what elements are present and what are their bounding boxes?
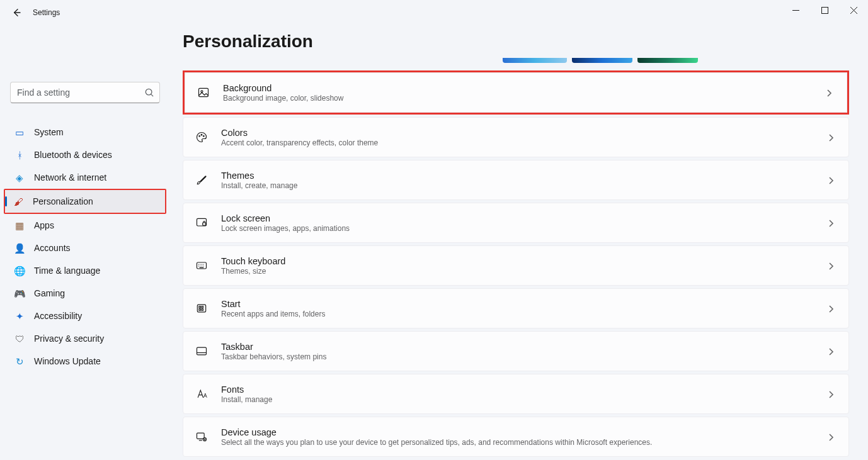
card-sub: Accent color, transparency effects, colo…: [221, 138, 827, 147]
card-title: Start: [221, 299, 827, 309]
card-sub: Themes, size: [221, 267, 827, 276]
card-title: Lock screen: [221, 213, 827, 223]
sidebar-item-network[interactable]: ◈ Network & internet: [6, 166, 164, 189]
minimize-button[interactable]: [781, 0, 810, 20]
card-title: Device usage: [221, 427, 827, 437]
sidebar-item-gaming[interactable]: 🎮 Gaming: [6, 282, 164, 305]
sidebar-item-label: Apps: [34, 220, 157, 230]
sidebar-item-label: Personalization: [33, 196, 159, 206]
chevron-right-icon: [827, 390, 836, 398]
app-title: Settings: [33, 8, 60, 17]
card-sub: Select all the ways you plan to use your…: [221, 438, 827, 447]
svg-point-6: [203, 136, 205, 137]
palette-icon: [195, 130, 208, 144]
brush-icon: 🖌: [13, 196, 24, 207]
svg-point-4: [199, 136, 200, 137]
globe-icon: 🌐: [14, 265, 25, 276]
card-title: Themes: [221, 171, 827, 181]
card-title: Taskbar: [221, 342, 827, 352]
sidebar-item-system[interactable]: ▭ System: [6, 121, 164, 143]
close-button[interactable]: [839, 0, 868, 20]
close-icon: [850, 7, 857, 14]
highlight-main: Background Background image, color, slid…: [183, 70, 849, 115]
svg-rect-12: [202, 306, 203, 308]
chevron-right-icon: [827, 261, 836, 270]
sidebar-item-label: Privacy & security: [34, 334, 157, 344]
chevron-right-icon: [827, 218, 836, 227]
sidebar-item-privacy[interactable]: 🛡 Privacy & security: [6, 327, 164, 350]
lock-screen-icon: [195, 216, 208, 230]
theme-thumb[interactable]: [637, 58, 698, 63]
svg-rect-8: [203, 223, 206, 225]
sidebar-item-time-language[interactable]: 🌐 Time & language: [6, 259, 164, 282]
svg-rect-16: [197, 433, 205, 439]
start-icon: [195, 301, 208, 315]
page-title: Personalization: [183, 31, 849, 52]
card-title: Background: [223, 83, 825, 93]
chevron-right-icon: [825, 88, 834, 97]
chevron-right-icon: [827, 432, 836, 441]
apps-icon: ▦: [14, 220, 25, 231]
sidebar-item-personalization[interactable]: 🖌 Personalization: [5, 190, 165, 213]
setting-background[interactable]: Background Background image, color, slid…: [185, 72, 847, 113]
setting-device-usage[interactable]: Device usage Select all the ways you pla…: [183, 417, 849, 457]
setting-themes[interactable]: Themes Install, create, manage: [183, 160, 849, 200]
svg-rect-0: [821, 7, 828, 13]
bluetooth-icon: ᚼ: [14, 149, 25, 160]
sidebar-item-apps[interactable]: ▦ Apps: [6, 214, 164, 237]
sidebar: ▭ System ᚼ Bluetooth & devices ◈ Network…: [0, 25, 170, 460]
setting-lock-screen[interactable]: Lock screen Lock screen images, apps, an…: [183, 203, 849, 243]
card-title: Touch keyboard: [221, 256, 827, 266]
minimize-icon: [792, 7, 799, 14]
setting-fonts[interactable]: Fonts Install, manage: [183, 374, 849, 414]
card-sub: Recent apps and items, folders: [221, 310, 827, 318]
device-usage-icon: [195, 430, 208, 444]
theme-preview-strip: [183, 58, 849, 63]
chevron-right-icon: [827, 304, 836, 313]
svg-rect-11: [199, 306, 201, 308]
setting-taskbar[interactable]: Taskbar Taskbar behaviors, system pins: [183, 331, 849, 371]
title-bar: Settings: [0, 0, 868, 25]
sidebar-item-accounts[interactable]: 👤 Accounts: [6, 237, 164, 259]
brush-icon: [195, 173, 208, 187]
back-button[interactable]: [5, 1, 28, 24]
sidebar-item-label: Accounts: [34, 243, 157, 253]
image-icon: [197, 86, 210, 99]
accounts-icon: 👤: [14, 242, 25, 254]
chevron-right-icon: [827, 347, 836, 356]
sidebar-item-accessibility[interactable]: ✦ Accessibility: [6, 305, 164, 327]
gaming-icon: 🎮: [14, 288, 25, 299]
setting-start[interactable]: Start Recent apps and items, folders: [183, 288, 849, 328]
chevron-right-icon: [827, 133, 836, 142]
card-sub: Taskbar behaviors, system pins: [221, 352, 827, 361]
setting-touch-keyboard[interactable]: Touch keyboard Themes, size: [183, 245, 849, 286]
card-sub: Install, manage: [221, 395, 827, 404]
setting-colors[interactable]: Colors Accent color, transparency effect…: [183, 117, 849, 157]
svg-rect-14: [202, 309, 203, 311]
sidebar-item-label: Time & language: [34, 266, 157, 276]
sidebar-item-label: Accessibility: [34, 311, 157, 321]
shield-icon: 🛡: [14, 333, 25, 344]
theme-thumb[interactable]: [572, 58, 632, 63]
keyboard-icon: [195, 259, 208, 272]
sidebar-item-label: Windows Update: [34, 356, 157, 366]
maximize-icon: [821, 7, 828, 14]
sidebar-item-bluetooth[interactable]: ᚼ Bluetooth & devices: [6, 143, 164, 166]
svg-point-5: [201, 134, 202, 135]
main-content: Personalization Background Background im…: [170, 25, 868, 460]
search-icon: [145, 88, 154, 97]
maximize-button[interactable]: [810, 0, 839, 20]
back-arrow-icon: [11, 8, 21, 18]
taskbar-icon: [195, 344, 208, 358]
svg-rect-10: [197, 305, 205, 312]
fonts-icon: [195, 387, 208, 401]
svg-rect-15: [197, 347, 207, 355]
sidebar-item-windows-update[interactable]: ↻ Windows Update: [6, 350, 164, 373]
card-sub: Install, create, manage: [221, 181, 827, 190]
sidebar-item-label: System: [34, 127, 157, 137]
sidebar-item-label: Network & internet: [34, 172, 157, 182]
svg-rect-13: [199, 309, 201, 311]
card-sub: Lock screen images, apps, animations: [221, 224, 827, 233]
theme-thumb[interactable]: [503, 58, 567, 63]
search-input[interactable]: [10, 82, 160, 103]
